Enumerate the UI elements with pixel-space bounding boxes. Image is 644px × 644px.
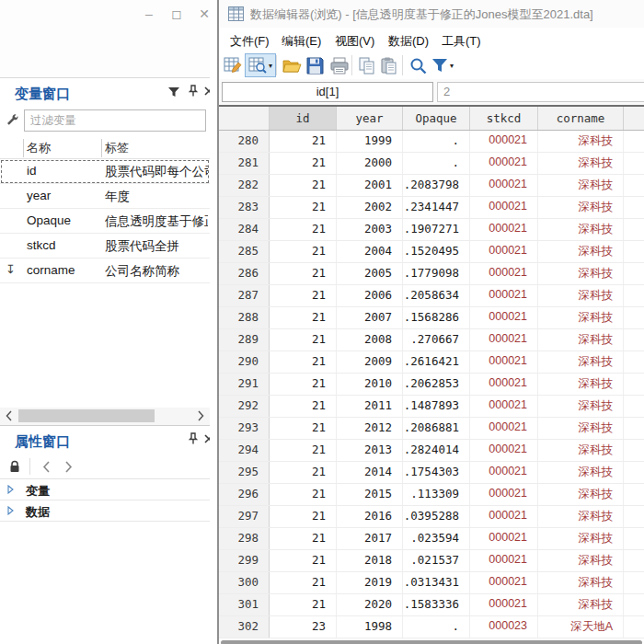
- opaque-cell[interactable]: .: [403, 131, 470, 152]
- row-number-cell[interactable]: 284: [219, 219, 270, 240]
- year-cell[interactable]: 2017: [337, 528, 403, 549]
- year-cell[interactable]: 1999: [337, 131, 403, 152]
- year-cell[interactable]: 2010: [337, 374, 403, 395]
- empty-cell[interactable]: [624, 241, 644, 262]
- opaque-cell[interactable]: .1568286: [403, 307, 470, 328]
- opaque-cell[interactable]: .2341447: [403, 197, 470, 218]
- stkcd-cell[interactable]: 000021: [470, 329, 538, 351]
- year-cell[interactable]: 2006: [337, 285, 403, 306]
- year-cell[interactable]: 2009: [337, 351, 403, 373]
- stkcd-cell[interactable]: 000021: [470, 197, 538, 218]
- stkcd-cell[interactable]: 000021: [470, 153, 538, 174]
- maximize-icon[interactable]: ◻: [164, 4, 190, 24]
- opaque-cell[interactable]: .: [403, 153, 470, 174]
- empty-cell[interactable]: [624, 550, 644, 571]
- stkcd-cell[interactable]: 000021: [470, 374, 538, 395]
- empty-cell[interactable]: [624, 175, 644, 196]
- pin-icon[interactable]: [187, 85, 201, 99]
- stkcd-cell[interactable]: 000021: [470, 484, 538, 505]
- corname-cell[interactable]: 深科技: [538, 374, 624, 395]
- corname-cell[interactable]: 深科技: [538, 351, 624, 373]
- variable-row[interactable]: id 股票代码即每个公司: [0, 159, 210, 184]
- row-number-cell[interactable]: 289: [219, 329, 270, 351]
- stkcd-cell[interactable]: 000021: [470, 572, 538, 593]
- id-cell[interactable]: 21: [270, 572, 337, 593]
- opaque-cell[interactable]: .1754303: [403, 462, 470, 483]
- minimize-icon[interactable]: –: [136, 4, 162, 24]
- menu-data[interactable]: 数据(D): [383, 31, 434, 52]
- row-number-cell[interactable]: 302: [219, 616, 270, 638]
- id-cell[interactable]: 21: [270, 219, 337, 240]
- opaque-cell[interactable]: .021537: [403, 550, 470, 571]
- corname-cell[interactable]: 深科技: [538, 462, 624, 483]
- column-header-year[interactable]: year: [337, 107, 403, 130]
- empty-cell[interactable]: [624, 131, 644, 152]
- stkcd-cell[interactable]: 000021: [470, 307, 538, 328]
- dropdown-arrow-icon[interactable]: ▾: [450, 62, 454, 70]
- corname-cell[interactable]: 深科技: [538, 528, 624, 549]
- lock-icon[interactable]: [6, 458, 24, 477]
- stkcd-cell[interactable]: 000021: [470, 528, 538, 549]
- empty-cell[interactable]: [624, 396, 644, 417]
- open-button[interactable]: [280, 53, 305, 77]
- empty-cell[interactable]: [624, 153, 644, 174]
- filter-icon[interactable]: [167, 86, 182, 100]
- prev-variable-icon[interactable]: [37, 458, 55, 477]
- empty-cell[interactable]: [624, 594, 644, 615]
- scroll-right-icon[interactable]: [193, 408, 208, 423]
- year-cell[interactable]: 2008: [337, 329, 403, 351]
- menu-file[interactable]: 文件(F): [224, 31, 275, 52]
- opaque-cell[interactable]: .1487893: [403, 396, 470, 417]
- empty-cell[interactable]: [624, 307, 644, 328]
- dropdown-arrow-icon[interactable]: ▾: [269, 62, 272, 70]
- year-cell[interactable]: 2002: [337, 197, 403, 218]
- opaque-cell[interactable]: .270667: [403, 329, 470, 351]
- stkcd-cell[interactable]: 000021: [470, 550, 538, 571]
- opaque-cell[interactable]: .2824014: [403, 440, 470, 461]
- stkcd-cell[interactable]: 000021: [470, 440, 538, 461]
- id-cell[interactable]: 21: [270, 462, 337, 483]
- corname-cell[interactable]: 深科技: [538, 550, 624, 571]
- stkcd-cell[interactable]: 000021: [470, 219, 538, 240]
- empty-cell[interactable]: [624, 374, 644, 395]
- corname-cell[interactable]: 深科技: [538, 131, 624, 152]
- opaque-cell[interactable]: .2616421: [403, 351, 470, 373]
- id-cell[interactable]: 21: [270, 506, 337, 527]
- column-header-id[interactable]: id: [270, 107, 337, 130]
- year-cell[interactable]: 2016: [337, 506, 403, 527]
- row-number-cell[interactable]: 292: [219, 396, 270, 417]
- stkcd-cell[interactable]: 000023: [470, 616, 538, 638]
- variable-row[interactable]: ↧ corname 公司名称简称: [0, 259, 210, 283]
- opaque-cell[interactable]: .1779098: [403, 263, 470, 284]
- row-number-cell[interactable]: 294: [219, 440, 270, 461]
- id-cell[interactable]: 21: [270, 440, 337, 461]
- corname-cell[interactable]: 深科技: [538, 263, 624, 284]
- browse-mode-button[interactable]: ▾: [245, 53, 276, 77]
- empty-cell[interactable]: [624, 351, 644, 373]
- opaque-cell[interactable]: .2086881: [403, 418, 470, 439]
- opaque-cell[interactable]: .: [403, 616, 470, 638]
- corname-cell[interactable]: 深天地A: [538, 616, 624, 638]
- row-number-cell[interactable]: 282: [219, 175, 270, 196]
- id-cell[interactable]: 21: [270, 374, 337, 395]
- corname-cell[interactable]: 深科技: [538, 285, 624, 306]
- corname-cell[interactable]: 深科技: [538, 329, 624, 351]
- opaque-cell[interactable]: .0395288: [403, 506, 470, 527]
- cell-reference-input[interactable]: id[1]: [222, 82, 433, 102]
- row-number-cell[interactable]: 290: [219, 351, 270, 373]
- empty-cell[interactable]: [624, 528, 644, 549]
- next-variable-icon[interactable]: [59, 458, 77, 477]
- year-cell[interactable]: 2012: [337, 418, 403, 439]
- edit-mode-button[interactable]: [221, 53, 245, 77]
- empty-cell[interactable]: [624, 285, 644, 306]
- opaque-cell[interactable]: .023594: [403, 528, 470, 549]
- id-cell[interactable]: 21: [270, 285, 337, 306]
- expand-triangle-icon[interactable]: [7, 485, 14, 494]
- stkcd-cell[interactable]: 000021: [470, 263, 538, 284]
- id-cell[interactable]: 21: [270, 329, 337, 351]
- opaque-cell[interactable]: .113309: [403, 484, 470, 505]
- id-cell[interactable]: 21: [270, 418, 337, 439]
- empty-cell[interactable]: [624, 484, 644, 505]
- empty-cell[interactable]: [624, 329, 644, 351]
- variable-row[interactable]: Opaque 信息透明度基于修正: [0, 209, 210, 234]
